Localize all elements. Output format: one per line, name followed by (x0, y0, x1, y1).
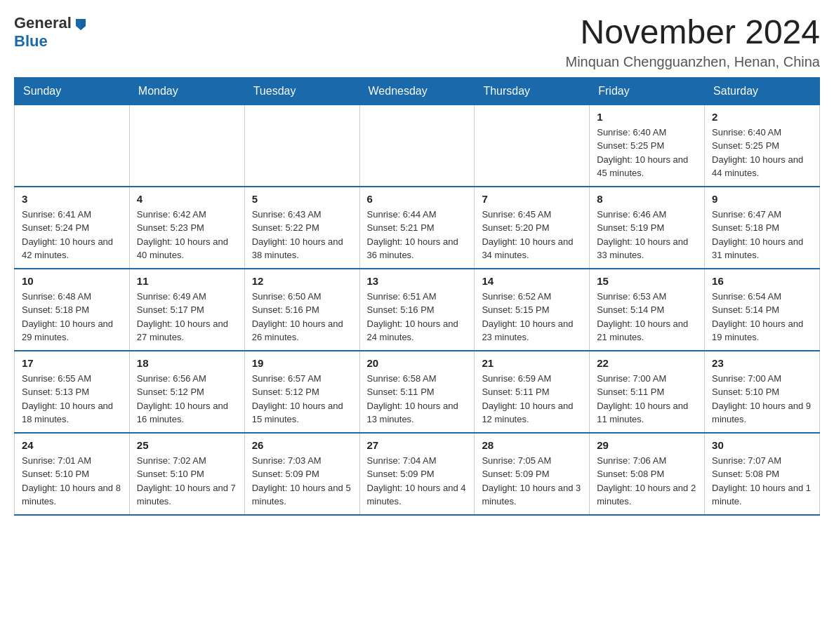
weekday-header-tuesday: Tuesday (244, 77, 359, 105)
logo-arrow-icon (73, 16, 88, 32)
calendar-cell: 24Sunrise: 7:01 AM Sunset: 5:10 PM Dayli… (15, 433, 130, 515)
calendar-cell: 17Sunrise: 6:55 AM Sunset: 5:13 PM Dayli… (15, 351, 130, 433)
day-info: Sunrise: 6:45 AM Sunset: 5:20 PM Dayligh… (482, 208, 582, 262)
calendar-week-row: 10Sunrise: 6:48 AM Sunset: 5:18 PM Dayli… (15, 269, 820, 351)
calendar-cell: 6Sunrise: 6:44 AM Sunset: 5:21 PM Daylig… (359, 187, 475, 269)
day-info: Sunrise: 6:57 AM Sunset: 5:12 PM Dayligh… (252, 372, 352, 427)
day-info: Sunrise: 6:46 AM Sunset: 5:19 PM Dayligh… (597, 208, 697, 262)
calendar-cell: 14Sunrise: 6:52 AM Sunset: 5:15 PM Dayli… (475, 269, 590, 351)
calendar-week-row: 24Sunrise: 7:01 AM Sunset: 5:10 PM Dayli… (15, 433, 820, 515)
calendar-cell: 10Sunrise: 6:48 AM Sunset: 5:18 PM Dayli… (15, 269, 130, 351)
calendar-header: SundayMondayTuesdayWednesdayThursdayFrid… (15, 77, 820, 105)
day-info: Sunrise: 6:40 AM Sunset: 5:25 PM Dayligh… (712, 126, 812, 180)
day-number: 5 (252, 193, 352, 205)
day-info: Sunrise: 6:54 AM Sunset: 5:14 PM Dayligh… (712, 290, 812, 344)
logo-general-text: General (14, 14, 72, 32)
day-number: 17 (22, 357, 122, 369)
day-info: Sunrise: 6:58 AM Sunset: 5:11 PM Dayligh… (367, 372, 468, 427)
calendar-cell: 9Sunrise: 6:47 AM Sunset: 5:18 PM Daylig… (705, 187, 820, 269)
day-info: Sunrise: 6:43 AM Sunset: 5:22 PM Dayligh… (252, 208, 352, 262)
calendar-cell: 3Sunrise: 6:41 AM Sunset: 5:24 PM Daylig… (15, 187, 130, 269)
calendar-cell: 7Sunrise: 6:45 AM Sunset: 5:20 PM Daylig… (475, 187, 590, 269)
calendar-table: SundayMondayTuesdayWednesdayThursdayFrid… (14, 77, 820, 516)
day-number: 2 (712, 111, 812, 123)
calendar-body: 1Sunrise: 6:40 AM Sunset: 5:25 PM Daylig… (15, 105, 820, 515)
day-number: 29 (597, 439, 697, 451)
day-info: Sunrise: 7:06 AM Sunset: 5:08 PM Dayligh… (597, 454, 697, 509)
weekday-header-friday: Friday (590, 77, 705, 105)
calendar-cell: 13Sunrise: 6:51 AM Sunset: 5:16 PM Dayli… (359, 269, 475, 351)
calendar-cell: 4Sunrise: 6:42 AM Sunset: 5:23 PM Daylig… (129, 187, 244, 269)
weekday-header-sunday: Sunday (15, 77, 130, 105)
title-block: November 2024 Minquan Chengguanzhen, Hen… (566, 14, 821, 70)
day-number: 15 (597, 275, 697, 287)
calendar-cell: 15Sunrise: 6:53 AM Sunset: 5:14 PM Dayli… (590, 269, 705, 351)
day-info: Sunrise: 6:41 AM Sunset: 5:24 PM Dayligh… (22, 208, 122, 262)
day-info: Sunrise: 6:48 AM Sunset: 5:18 PM Dayligh… (22, 290, 122, 344)
calendar-cell: 21Sunrise: 6:59 AM Sunset: 5:11 PM Dayli… (475, 351, 590, 433)
calendar-cell: 5Sunrise: 6:43 AM Sunset: 5:22 PM Daylig… (244, 187, 359, 269)
calendar-cell: 18Sunrise: 6:56 AM Sunset: 5:12 PM Dayli… (129, 351, 244, 433)
page-header: General Blue November 2024 Minquan Cheng… (14, 14, 820, 70)
day-number: 12 (252, 275, 352, 287)
day-number: 3 (22, 193, 122, 205)
calendar-cell: 30Sunrise: 7:07 AM Sunset: 5:08 PM Dayli… (705, 433, 820, 515)
calendar-cell (15, 105, 130, 187)
logo-blue-text: Blue (14, 32, 48, 51)
day-number: 20 (367, 357, 468, 369)
calendar-cell: 27Sunrise: 7:04 AM Sunset: 5:09 PM Dayli… (359, 433, 475, 515)
day-info: Sunrise: 7:05 AM Sunset: 5:09 PM Dayligh… (482, 454, 582, 509)
calendar-week-row: 1Sunrise: 6:40 AM Sunset: 5:25 PM Daylig… (15, 105, 820, 187)
day-number: 26 (252, 439, 352, 451)
day-number: 14 (482, 275, 582, 287)
day-number: 18 (137, 357, 237, 369)
calendar-cell: 1Sunrise: 6:40 AM Sunset: 5:25 PM Daylig… (590, 105, 705, 187)
day-number: 19 (252, 357, 352, 369)
day-info: Sunrise: 6:51 AM Sunset: 5:16 PM Dayligh… (367, 290, 468, 344)
day-number: 30 (712, 439, 812, 451)
calendar-cell (244, 105, 359, 187)
weekday-header-thursday: Thursday (475, 77, 590, 105)
day-info: Sunrise: 7:00 AM Sunset: 5:11 PM Dayligh… (597, 372, 697, 427)
day-number: 11 (137, 275, 237, 287)
day-number: 22 (597, 357, 697, 369)
calendar-cell: 2Sunrise: 6:40 AM Sunset: 5:25 PM Daylig… (705, 105, 820, 187)
calendar-cell: 26Sunrise: 7:03 AM Sunset: 5:09 PM Dayli… (244, 433, 359, 515)
day-number: 21 (482, 357, 582, 369)
day-number: 23 (712, 357, 812, 369)
day-info: Sunrise: 6:44 AM Sunset: 5:21 PM Dayligh… (367, 208, 468, 262)
day-info: Sunrise: 7:04 AM Sunset: 5:09 PM Dayligh… (367, 454, 468, 509)
calendar-cell (129, 105, 244, 187)
day-info: Sunrise: 6:42 AM Sunset: 5:23 PM Dayligh… (137, 208, 237, 262)
day-number: 25 (137, 439, 237, 451)
calendar-cell (359, 105, 475, 187)
day-info: Sunrise: 6:53 AM Sunset: 5:14 PM Dayligh… (597, 290, 697, 344)
calendar-cell: 25Sunrise: 7:02 AM Sunset: 5:10 PM Dayli… (129, 433, 244, 515)
day-info: Sunrise: 6:40 AM Sunset: 5:25 PM Dayligh… (597, 126, 697, 180)
day-info: Sunrise: 6:47 AM Sunset: 5:18 PM Dayligh… (712, 208, 812, 262)
calendar-cell: 11Sunrise: 6:49 AM Sunset: 5:17 PM Dayli… (129, 269, 244, 351)
calendar-cell: 12Sunrise: 6:50 AM Sunset: 5:16 PM Dayli… (244, 269, 359, 351)
day-info: Sunrise: 6:52 AM Sunset: 5:15 PM Dayligh… (482, 290, 582, 344)
day-info: Sunrise: 6:56 AM Sunset: 5:12 PM Dayligh… (137, 372, 237, 427)
location-title: Minquan Chengguanzhen, Henan, China (566, 54, 821, 70)
weekday-header-monday: Monday (129, 77, 244, 105)
day-info: Sunrise: 6:55 AM Sunset: 5:13 PM Dayligh… (22, 372, 122, 427)
day-number: 7 (482, 193, 582, 205)
weekday-header-saturday: Saturday (705, 77, 820, 105)
weekday-header-wednesday: Wednesday (359, 77, 475, 105)
calendar-cell: 28Sunrise: 7:05 AM Sunset: 5:09 PM Dayli… (475, 433, 590, 515)
calendar-cell: 16Sunrise: 6:54 AM Sunset: 5:14 PM Dayli… (705, 269, 820, 351)
calendar-week-row: 17Sunrise: 6:55 AM Sunset: 5:13 PM Dayli… (15, 351, 820, 433)
day-number: 9 (712, 193, 812, 205)
day-number: 24 (22, 439, 122, 451)
day-number: 8 (597, 193, 697, 205)
day-info: Sunrise: 6:49 AM Sunset: 5:17 PM Dayligh… (137, 290, 237, 344)
day-number: 1 (597, 111, 697, 123)
calendar-cell: 20Sunrise: 6:58 AM Sunset: 5:11 PM Dayli… (359, 351, 475, 433)
month-title: November 2024 (566, 14, 821, 51)
logo: General Blue (14, 14, 88, 51)
day-info: Sunrise: 7:03 AM Sunset: 5:09 PM Dayligh… (252, 454, 352, 509)
calendar-cell (475, 105, 590, 187)
weekday-header-row: SundayMondayTuesdayWednesdayThursdayFrid… (15, 77, 820, 105)
